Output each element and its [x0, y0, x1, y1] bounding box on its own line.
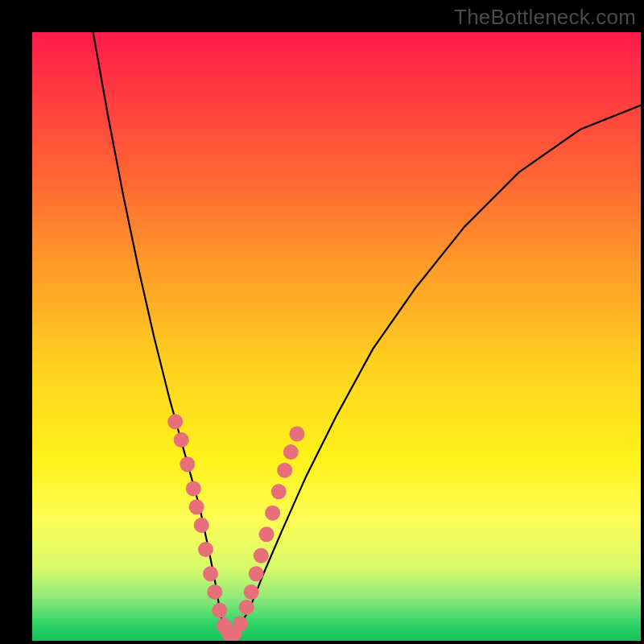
marker-dot — [254, 548, 269, 564]
curve-layer — [32, 32, 641, 641]
marker-dot — [167, 414, 183, 429]
marker-dot — [244, 584, 259, 600]
marker-dot — [198, 542, 213, 557]
marker-dot — [249, 566, 264, 581]
bottleneck-curve — [93, 32, 641, 634]
marker-dot — [265, 506, 280, 521]
watermark-text: TheBottleneck.com — [454, 5, 636, 30]
marker-dot — [259, 526, 275, 542]
marker-dot — [233, 616, 248, 631]
marker-dot — [189, 499, 204, 514]
marker-dot — [207, 584, 222, 600]
marker-dot — [277, 463, 292, 478]
marker-dot — [186, 481, 201, 497]
marker-dot — [239, 600, 254, 615]
marker-dot — [180, 456, 195, 472]
marker-dot — [289, 427, 304, 442]
marker-dot — [271, 484, 287, 499]
marker-dot — [174, 432, 189, 448]
marker-dot — [212, 603, 227, 618]
marker-dot — [203, 566, 218, 581]
plot-area — [32, 32, 641, 641]
marker-dot — [194, 518, 209, 533]
marker-dot — [283, 444, 299, 460]
chart-frame: TheBottleneck.com — [0, 0, 644, 644]
